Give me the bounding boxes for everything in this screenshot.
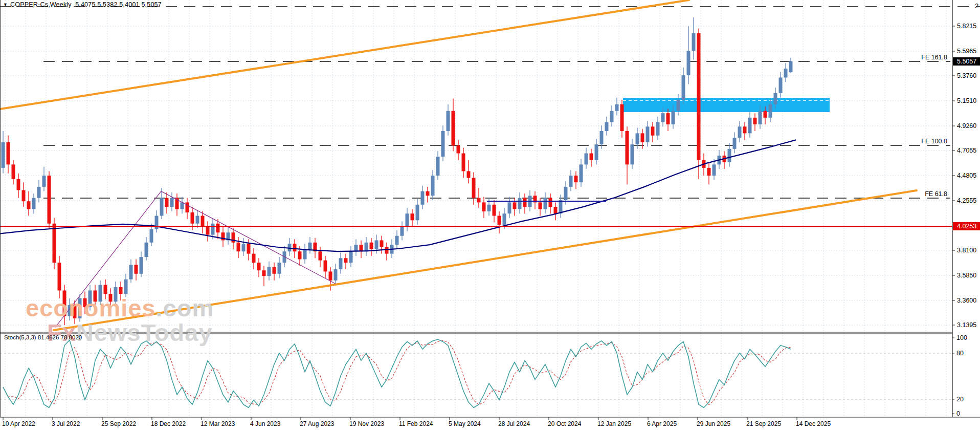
last-price-tag: 5.5057 — [953, 57, 980, 66]
svg-text:29 Jun 2025: 29 Jun 2025 — [697, 420, 730, 427]
trading-chart-window: 5.82155.59655.37605.15104.92604.70554.48… — [0, 0, 980, 430]
svg-text:3.1395: 3.1395 — [957, 321, 976, 329]
svg-text:5.5965: 5.5965 — [957, 48, 976, 55]
ohlc-values-label: 5.4075 5.5382 5.4001 5.5057 — [75, 1, 162, 8]
stoch-signal-line — [3, 340, 791, 404]
svg-text:5.8215: 5.8215 — [957, 23, 976, 30]
svg-text:28 Jul 2024: 28 Jul 2024 — [498, 420, 530, 427]
svg-text:18 Dec 2022: 18 Dec 2022 — [151, 420, 186, 427]
svg-text:5.1510: 5.1510 — [957, 97, 976, 104]
svg-text:4.4805: 4.4805 — [957, 172, 976, 179]
svg-text:27 Aug 2023: 27 Aug 2023 — [300, 420, 335, 427]
svg-text:FE 100.0: FE 100.0 — [921, 138, 947, 145]
svg-text:4.0253: 4.0253 — [957, 223, 976, 230]
svg-text:4.9260: 4.9260 — [957, 122, 976, 130]
chart-canvas[interactable]: 5.82155.59655.37605.15104.92604.70554.48… — [0, 0, 980, 430]
svg-text:0: 0 — [956, 410, 960, 417]
trend-channel-lines[interactable] — [0, 0, 917, 330]
svg-text:5.5057: 5.5057 — [957, 58, 976, 65]
svg-text:14 Dec 2025: 14 Dec 2025 — [796, 420, 831, 427]
svg-text:3.3600: 3.3600 — [957, 297, 976, 304]
svg-text:12 Mar 2023: 12 Mar 2023 — [201, 420, 235, 427]
stochastic-indicator-label: Stoch(5,3,3) 81.4626 78.8020 — [4, 334, 82, 340]
svg-text:100: 100 — [956, 334, 967, 341]
svg-text:21 Sep 2025: 21 Sep 2025 — [746, 420, 781, 427]
svg-text:6 Apr 2025: 6 Apr 2025 — [647, 420, 677, 427]
stochastic-panel[interactable] — [0, 339, 952, 407]
svg-text:5 May 2024: 5 May 2024 — [449, 420, 481, 427]
svg-text:4 Jun 2023: 4 Jun 2023 — [250, 420, 281, 427]
resistance-zone-rect[interactable] — [623, 98, 830, 112]
svg-text:25 Sep 2022: 25 Sep 2022 — [101, 420, 136, 427]
svg-text:20: 20 — [956, 396, 964, 403]
chart-title: ▼COPPER-Cs,Weekly 5.4075 5.5382 5.4001 5… — [3, 1, 162, 8]
svg-text:3 Jul 2022: 3 Jul 2022 — [52, 420, 80, 427]
moving-average-line — [0, 140, 796, 251]
svg-text:4.2555: 4.2555 — [957, 197, 976, 204]
svg-text:19 Nov 2023: 19 Nov 2023 — [349, 420, 384, 427]
svg-text:5.3760: 5.3760 — [957, 72, 976, 79]
svg-text:11 Feb 2024: 11 Feb 2024 — [399, 420, 433, 427]
svg-text:10 Apr 2022: 10 Apr 2022 — [2, 420, 35, 427]
line-price-tag: 4.0253 — [953, 222, 980, 230]
svg-text:FE 61.8: FE 61.8 — [925, 190, 947, 198]
top-level-label: 2 — [975, 2, 978, 10]
svg-text:20 Oct 2024: 20 Oct 2024 — [548, 420, 582, 427]
svg-text:FE 161.8: FE 161.8 — [921, 54, 947, 61]
price-axis[interactable]: 5.82155.59655.37605.15104.92604.70554.48… — [952, 2, 978, 329]
svg-text:3.5850: 3.5850 — [957, 272, 976, 279]
candles-layer — [2, 17, 793, 325]
svg-text:4.7055: 4.7055 — [957, 147, 976, 154]
stoch-axis: 10080200 — [952, 334, 967, 417]
chart-menu-dropdown-icon[interactable]: ▼ — [3, 2, 8, 7]
symbol-timeframe-label: COPPER-Cs,Weekly — [10, 1, 72, 8]
stoch-main-line — [3, 339, 791, 407]
svg-text:12 Jan 2025: 12 Jan 2025 — [597, 420, 631, 427]
fibonacci-expansion-lines[interactable] — [0, 7, 980, 198]
svg-text:3.8100: 3.8100 — [957, 247, 976, 254]
svg-text:80: 80 — [956, 350, 964, 357]
date-axis[interactable]: 10 Apr 20223 Jul 202225 Sep 202218 Dec 2… — [2, 417, 831, 427]
